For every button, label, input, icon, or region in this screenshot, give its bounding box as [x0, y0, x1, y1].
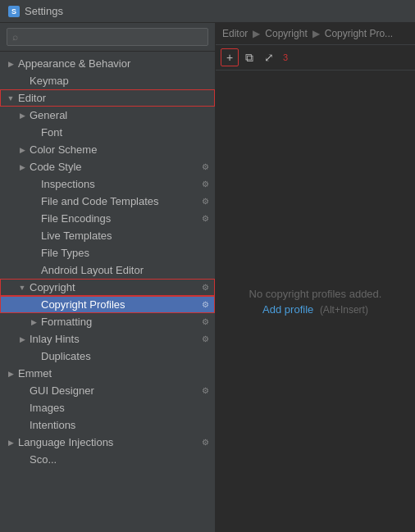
sidebar-item-inlay-hints[interactable]: Inlay Hints ⚙ — [0, 330, 215, 348]
breadcrumb-profiles: Copyright Pro... — [325, 28, 393, 39]
settings-icon-right: ⚙ — [198, 281, 212, 294]
sidebar-item-label: Inlay Hints — [28, 332, 198, 346]
sidebar-item-gui-designer[interactable]: GUI Designer ⚙ — [0, 382, 215, 399]
sidebar-item-label: Keymap — [28, 74, 215, 88]
expand-arrow — [16, 161, 28, 173]
sidebar-item-label: File Types — [39, 246, 215, 260]
sidebar-item-label: Copyright — [28, 280, 198, 294]
leaf-spacer — [28, 179, 39, 190]
sidebar-item-label: Color Scheme — [28, 143, 215, 157]
sidebar-item-font[interactable]: Font — [0, 124, 215, 141]
sidebar-item-label: File and Code Templates — [39, 194, 198, 208]
sidebar-item-label: Font — [39, 125, 215, 139]
shortcut-hint: (Alt+Insert) — [320, 304, 368, 316]
settings-icon-right: ⚙ — [198, 212, 212, 225]
sidebar-item-label: Copyright Profiles — [39, 298, 198, 311]
search-input[interactable] — [7, 28, 208, 46]
toolbar: + ⧉ ⤢ 3 — [216, 45, 415, 70]
expand-arrow — [16, 144, 28, 156]
add-profile-row: Add profile (Alt+Insert) — [262, 303, 368, 316]
leaf-spacer — [16, 385, 28, 397]
search-box — [0, 23, 215, 52]
nav-tree: Appearance & Behavior Keymap Editor Gene… — [0, 52, 215, 532]
leaf-spacer — [28, 196, 39, 207]
title-bar: S Settings — [0, 0, 415, 23]
sidebar-item-emmet[interactable]: Emmet — [0, 365, 215, 382]
leaf-spacer — [28, 265, 39, 276]
add-profile-button[interactable]: + — [221, 48, 239, 66]
sidebar-item-copyright[interactable]: Copyright ⚙ — [0, 279, 215, 296]
sidebar-item-code-style[interactable]: Code Style ⚙ — [0, 158, 215, 175]
number-badge: 3 — [283, 52, 288, 62]
sidebar-item-label: File Encodings — [39, 211, 198, 225]
settings-icon-right: ⚙ — [198, 195, 212, 208]
sidebar-item-label: GUI Designer — [28, 384, 198, 398]
expand-arrow — [5, 93, 16, 104]
sidebar-item-label: Emmet — [16, 366, 215, 380]
sidebar-item-label: Android Layout Editor — [39, 263, 215, 277]
sidebar-item-label: Images — [28, 401, 215, 415]
add-button-wrapper: + — [221, 48, 239, 66]
settings-icon: S — [8, 6, 20, 17]
sidebar-item-label: Live Templates — [39, 229, 215, 243]
sidebar-item-copyright-profiles[interactable]: Copyright Profiles ⚙ — [0, 296, 215, 313]
expand-arrow — [5, 437, 16, 448]
sidebar-item-label: Intentions — [28, 418, 215, 432]
main-layout: Appearance & Behavior Keymap Editor Gene… — [0, 23, 415, 532]
content-empty-state: No copyright profiles added. Add profile… — [216, 70, 415, 532]
content-panel: Editor ▶ Copyright ▶ Copyright Pro... + … — [216, 23, 415, 532]
sidebar-item-label: General — [28, 108, 215, 122]
expand-arrow — [16, 110, 28, 121]
settings-icon-right: ⚙ — [198, 333, 212, 346]
leaf-spacer — [28, 248, 39, 259]
sidebar-item-file-types[interactable]: File Types — [0, 244, 215, 261]
settings-icon-right: ⚙ — [198, 161, 212, 174]
expand-arrow — [16, 282, 28, 293]
sidebar-item-formatting[interactable]: Formatting ⚙ — [0, 313, 215, 330]
settings-icon-right: ⚙ — [198, 316, 212, 329]
sidebar-item-file-code-templates[interactable]: File and Code Templates ⚙ — [0, 193, 215, 210]
sidebar-item-language-injections[interactable]: Language Injections ⚙ — [0, 434, 215, 451]
settings-icon-right: ⚙ — [198, 298, 212, 311]
sidebar-item-editor[interactable]: Editor — [0, 89, 215, 107]
sidebar-item-label: Duplicates — [39, 349, 215, 363]
sidebar-item-intentions[interactable]: Intentions — [0, 416, 215, 434]
sidebar-item-duplicates[interactable]: Duplicates — [0, 348, 215, 365]
sidebar: Appearance & Behavior Keymap Editor Gene… — [0, 23, 216, 532]
sidebar-item-color-scheme[interactable]: Color Scheme — [0, 141, 215, 158]
chart-button[interactable]: ⤢ — [260, 48, 278, 66]
settings-icon-right: ⚙ — [198, 436, 212, 449]
sidebar-item-label: Code Style — [28, 160, 198, 174]
title-label: Settings — [25, 5, 63, 17]
sidebar-item-scroll[interactable]: Sco... — [0, 451, 215, 468]
breadcrumb-sep-1: ▶ — [253, 28, 260, 39]
sidebar-item-inspections[interactable]: Inspections ⚙ — [0, 175, 215, 193]
leaf-spacer — [28, 230, 39, 242]
expand-arrow — [5, 368, 16, 380]
breadcrumb: Editor ▶ Copyright ▶ Copyright Pro... — [216, 23, 415, 45]
leaf-spacer — [16, 402, 28, 414]
expand-arrow — [5, 58, 16, 70]
expand-arrow — [28, 316, 39, 328]
settings-icon-right: ⚙ — [198, 178, 212, 191]
copy-button[interactable]: ⧉ — [240, 48, 258, 66]
sidebar-item-images[interactable]: Images — [0, 399, 215, 416]
breadcrumb-sep-2: ▶ — [312, 28, 320, 39]
sidebar-item-label: Sco... — [28, 452, 215, 466]
leaf-spacer — [16, 75, 28, 87]
sidebar-item-android-layout-editor[interactable]: Android Layout Editor — [0, 261, 215, 279]
expand-arrow — [16, 334, 28, 345]
breadcrumb-editor: Editor — [222, 28, 248, 39]
sidebar-item-file-encodings[interactable]: File Encodings ⚙ — [0, 210, 215, 227]
sidebar-item-appearance[interactable]: Appearance & Behavior — [0, 55, 215, 72]
add-profile-link[interactable]: Add profile — [262, 303, 313, 316]
sidebar-item-live-templates[interactable]: Live Templates — [0, 227, 215, 244]
sidebar-item-keymap[interactable]: Keymap — [0, 72, 215, 89]
leaf-spacer — [28, 351, 39, 362]
settings-icon-right: ⚙ — [198, 384, 212, 398]
sidebar-item-general[interactable]: General — [0, 107, 215, 124]
sidebar-item-label: Inspections — [39, 177, 198, 191]
sidebar-item-label: Appearance & Behavior — [16, 57, 215, 70]
breadcrumb-copyright: Copyright — [265, 28, 307, 39]
leaf-spacer — [28, 213, 39, 225]
